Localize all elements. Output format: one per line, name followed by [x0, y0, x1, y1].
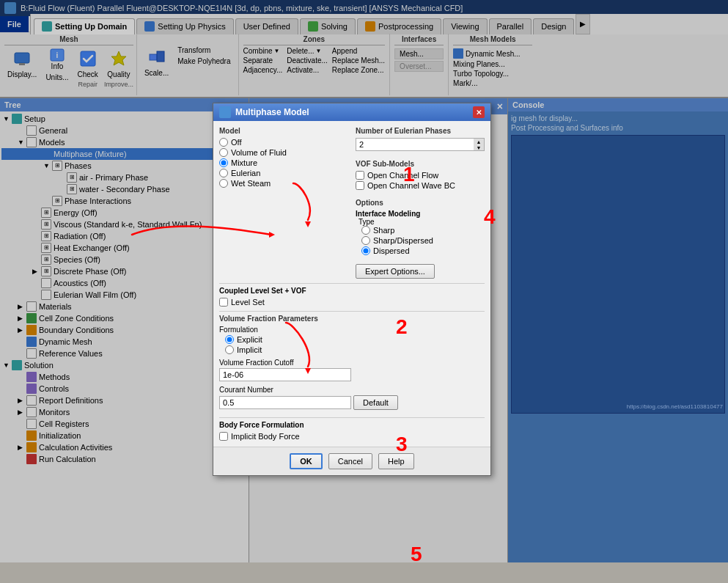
radio-wet-steam[interactable]: Wet Steam — [219, 179, 348, 188]
open-channel-flow-check[interactable]: Open Channel Flow — [356, 171, 485, 180]
radio-vof-input[interactable] — [219, 148, 228, 157]
eulerian-phases-col: Number of Eulerian Phases ▲ ▼ VOF Sub-Mo… — [356, 127, 485, 279]
radio-sharp-dispersed-input[interactable] — [361, 236, 370, 245]
vf-params-label: Volume Fraction Parameters — [219, 315, 485, 323]
courant-input[interactable] — [219, 396, 351, 409]
ok-btn[interactable]: OK — [290, 453, 323, 469]
vof-sub-models-label: VOF Sub-Models — [356, 160, 485, 168]
level-set-input[interactable] — [219, 298, 228, 307]
options-label: Options — [356, 199, 485, 207]
body-force-label: Body Force Formulation — [219, 421, 485, 429]
eulerian-phases-label: Number of Eulerian Phases — [356, 127, 485, 135]
dialog-body: Model Off Volume of Fluid Mixture — [213, 121, 490, 447]
dialog-icon — [219, 106, 231, 118]
vf-cutoff-label: Volume Fraction Cutoff — [219, 359, 485, 367]
open-channel-wave-bc-input[interactable] — [356, 181, 364, 190]
radio-mixture-input[interactable] — [219, 158, 228, 167]
coupled-level-set-label: Coupled Level Set + VOF — [219, 287, 485, 295]
help-btn[interactable]: Help — [378, 453, 414, 469]
radio-sharp-dispersed[interactable]: Sharp/Dispersed — [361, 236, 485, 245]
radio-wet-steam-input[interactable] — [219, 179, 228, 188]
radio-off[interactable]: Off — [219, 138, 348, 147]
level-set-check[interactable]: Level Set — [219, 298, 485, 307]
radio-explicit-input[interactable] — [225, 335, 234, 344]
multiphase-dialog: Multiphase Model ✕ Model Off — [213, 103, 491, 476]
interface-modeling-label: Interface Modeling — [356, 210, 485, 218]
type-interface-label: Type — [359, 218, 485, 226]
radio-off-input[interactable] — [219, 138, 228, 147]
model-radio-group: Off Volume of Fluid Mixture Euleria — [219, 138, 348, 188]
open-channel-wave-bc-check[interactable]: Open Channel Wave BC — [356, 181, 485, 190]
spin-up-btn[interactable]: ▲ — [474, 139, 484, 144]
expert-options-btn[interactable]: Expert Options... — [356, 264, 435, 279]
radio-implicit[interactable]: Implicit — [225, 345, 485, 354]
courant-label: Courant Number — [219, 386, 485, 394]
dialog-overlay: Multiphase Model ✕ Model Off — [0, 0, 728, 583]
cancel-btn[interactable]: Cancel — [328, 453, 372, 469]
radio-implicit-input[interactable] — [225, 345, 234, 354]
open-channel-flow-input[interactable] — [356, 171, 364, 180]
spin-down-btn[interactable]: ▼ — [474, 144, 484, 150]
radio-mixture[interactable]: Mixture — [219, 158, 348, 167]
eulerian-phases-spinner: ▲ ▼ — [356, 138, 485, 151]
default-btn[interactable]: Default — [353, 395, 398, 410]
formulation-label: Formulation — [219, 326, 485, 334]
radio-vof[interactable]: Volume of Fluid — [219, 148, 348, 157]
dialog-close-btn[interactable]: ✕ — [473, 106, 485, 118]
type-radio-group: Sharp Sharp/Dispersed Dispersed — [361, 226, 485, 255]
formulation-radio-group: Explicit Implicit — [225, 335, 485, 354]
model-section-label: Model — [219, 127, 348, 135]
radio-eulerian-input[interactable] — [219, 169, 228, 177]
vf-cutoff-input[interactable] — [219, 368, 351, 381]
dialog-top-row: Model Off Volume of Fluid Mixture — [219, 127, 485, 279]
radio-explicit[interactable]: Explicit — [225, 335, 485, 344]
spin-buttons: ▲ ▼ — [474, 139, 484, 150]
radio-dispersed[interactable]: Dispersed — [361, 246, 485, 255]
radio-dispersed-input[interactable] — [361, 246, 370, 255]
dialog-footer: OK Cancel Help — [213, 447, 490, 475]
implicit-body-force-check[interactable]: Implicit Body Force — [219, 432, 485, 441]
eulerian-phases-input[interactable] — [356, 139, 474, 150]
implicit-body-force-input[interactable] — [219, 432, 228, 441]
radio-eulerian[interactable]: Eulerian — [219, 169, 348, 177]
dialog-title-bar: Multiphase Model ✕ — [213, 103, 490, 121]
radio-sharp-input[interactable] — [361, 226, 370, 235]
model-col: Model Off Volume of Fluid Mixture — [219, 127, 348, 279]
radio-sharp[interactable]: Sharp — [361, 226, 485, 235]
